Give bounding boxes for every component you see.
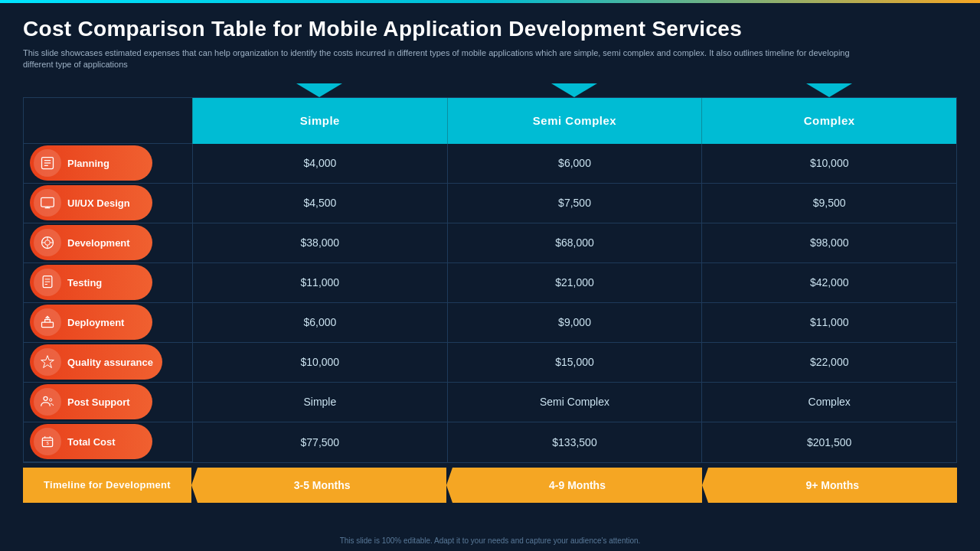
label-header-empty bbox=[24, 98, 192, 144]
cell-quality-complex: $22,000 bbox=[701, 343, 956, 382]
col-arrow-3 bbox=[702, 83, 957, 97]
label-column: Planning UI/UX Design Developm bbox=[24, 98, 192, 462]
timeline-cell-2: 4-9 Months bbox=[452, 468, 701, 503]
label-cell-planning: Planning bbox=[24, 144, 192, 184]
timeline-cell-1: 3-5 Months bbox=[198, 468, 446, 503]
label-text-testing: Testing bbox=[67, 277, 102, 289]
cell-quality-semi: $15,000 bbox=[447, 343, 702, 382]
cell-deployment-simple: $6,000 bbox=[192, 303, 447, 342]
main-title: Cost Comparison Table for Mobile Applica… bbox=[23, 17, 957, 41]
cell-uiux-simple: $4,500 bbox=[192, 184, 447, 223]
data-header-row: Simple Semi Complex Complex bbox=[192, 98, 956, 144]
icon-uiux bbox=[34, 189, 61, 217]
svg-point-8 bbox=[45, 240, 51, 246]
data-columns: Simple Semi Complex Complex $4,000 $6,00… bbox=[192, 98, 956, 462]
cell-total-semi: $133,500 bbox=[447, 422, 702, 462]
col-arrow-2 bbox=[446, 83, 701, 97]
data-row-deployment: $6,000 $9,000 $11,000 bbox=[192, 303, 956, 343]
header-section: Cost Comparison Table for Mobile Applica… bbox=[0, 3, 980, 77]
label-text-support: Post Support bbox=[67, 396, 130, 408]
label-cell-quality: Quality assurance bbox=[24, 343, 192, 383]
cell-development-simple: $38,000 bbox=[192, 223, 447, 262]
svg-rect-4 bbox=[41, 198, 54, 207]
label-text-total: Total Cost bbox=[67, 436, 116, 448]
cell-planning-semi: $6,000 bbox=[447, 144, 702, 183]
badge-planning: Planning bbox=[30, 145, 152, 181]
icon-development bbox=[34, 229, 61, 256]
icon-total: $ bbox=[34, 428, 61, 455]
badge-deployment: Deployment bbox=[30, 305, 152, 340]
label-text-development: Development bbox=[67, 237, 130, 249]
timeline-cell-3: 9+ Months bbox=[708, 468, 957, 503]
cell-support-simple: Simple bbox=[192, 383, 447, 422]
svg-text:$: $ bbox=[46, 441, 49, 445]
col-arrows bbox=[191, 83, 957, 97]
cell-support-semi: Semi Complex bbox=[447, 383, 702, 422]
badge-testing: Testing bbox=[30, 265, 152, 300]
svg-rect-17 bbox=[42, 322, 54, 328]
label-cell-deployment: Deployment bbox=[24, 303, 192, 343]
data-row-planning: $4,000 $6,000 $10,000 bbox=[192, 144, 956, 184]
footer-note: This slide is 100% editable. Adapt it to… bbox=[0, 536, 980, 545]
icon-planning bbox=[34, 149, 61, 177]
header-simple: Simple bbox=[192, 98, 447, 144]
badge-total: $ Total Cost bbox=[30, 424, 152, 459]
header-complex: Complex bbox=[701, 98, 956, 144]
badge-uiux: UI/UX Design bbox=[30, 185, 152, 220]
cell-testing-semi: $21,000 bbox=[447, 263, 702, 302]
label-text-planning: Planning bbox=[67, 158, 109, 169]
label-cell-total: $ Total Cost bbox=[24, 422, 192, 462]
cell-deployment-semi: $9,000 bbox=[447, 303, 702, 342]
cell-uiux-semi: $7,500 bbox=[447, 184, 702, 223]
data-row-total: $77,500 $133,500 $201,500 bbox=[192, 422, 956, 462]
timeline-bar: Timeline for Development 3-5 Months 4-9 … bbox=[23, 468, 957, 503]
cell-planning-complex: $10,000 bbox=[701, 144, 956, 183]
cell-testing-complex: $42,000 bbox=[701, 263, 956, 302]
label-text-deployment: Deployment bbox=[67, 317, 124, 328]
icon-testing bbox=[34, 269, 61, 296]
timeline-value-1: 3-5 Months bbox=[294, 479, 351, 491]
header-semi-complex: Semi Complex bbox=[447, 98, 702, 144]
data-row-quality: $10,000 $15,000 $22,000 bbox=[192, 343, 956, 383]
label-cell-development: Development bbox=[24, 223, 192, 263]
cell-total-simple: $77,500 bbox=[192, 422, 447, 462]
label-text-uiux: UI/UX Design bbox=[67, 197, 130, 209]
timeline-value-3: 9+ Months bbox=[806, 479, 860, 491]
data-row-testing: $11,000 $21,000 $42,000 bbox=[192, 263, 956, 303]
label-cell-testing: Testing bbox=[24, 263, 192, 303]
label-text-quality: Quality assurance bbox=[67, 357, 153, 368]
cell-support-complex: Complex bbox=[701, 383, 956, 422]
data-row-support: Simple Semi Complex Complex bbox=[192, 383, 956, 422]
timeline-value-2: 4-9 Months bbox=[549, 479, 606, 491]
data-row-uiux: $4,500 $7,500 $9,500 bbox=[192, 184, 956, 223]
col-arrow-1 bbox=[191, 83, 446, 97]
table-wrapper: Planning UI/UX Design Developm bbox=[23, 83, 957, 463]
subtitle-text: This slide showcases estimated expenses … bbox=[23, 47, 865, 71]
cell-quality-simple: $10,000 bbox=[192, 343, 447, 382]
icon-deployment bbox=[34, 308, 61, 336]
svg-point-20 bbox=[50, 399, 52, 401]
svg-point-19 bbox=[44, 397, 47, 401]
cell-development-complex: $98,000 bbox=[701, 223, 956, 262]
label-cell-support: Post Support bbox=[24, 383, 192, 422]
timeline-label: Timeline for Development bbox=[23, 468, 191, 503]
icon-quality bbox=[34, 348, 61, 376]
cell-total-complex: $201,500 bbox=[701, 422, 956, 462]
badge-development: Development bbox=[30, 225, 152, 260]
label-cell-uiux: UI/UX Design bbox=[24, 184, 192, 223]
data-row-development: $38,000 $68,000 $98,000 bbox=[192, 223, 956, 263]
cell-uiux-complex: $9,500 bbox=[701, 184, 956, 223]
cell-deployment-complex: $11,000 bbox=[701, 303, 956, 342]
cell-planning-simple: $4,000 bbox=[192, 144, 447, 183]
badge-support: Post Support bbox=[30, 384, 152, 419]
cell-testing-simple: $11,000 bbox=[192, 263, 447, 302]
icon-support bbox=[34, 388, 61, 416]
badge-quality: Quality assurance bbox=[30, 344, 162, 380]
cell-development-semi: $68,000 bbox=[447, 223, 702, 262]
table-container: Planning UI/UX Design Developm bbox=[23, 97, 957, 463]
